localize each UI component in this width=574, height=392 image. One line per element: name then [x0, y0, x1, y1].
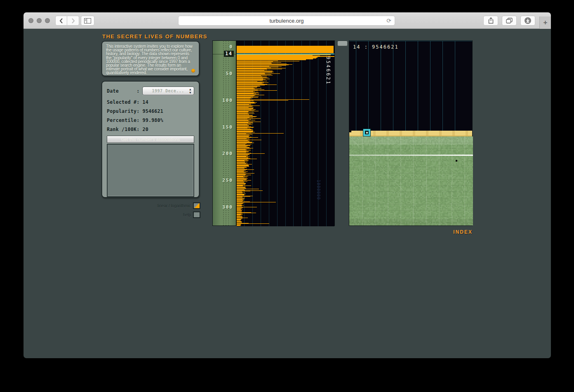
browser-toolbar: turbulence.org ⟳ +: [24, 12, 551, 29]
band-notch: [349, 130, 351, 132]
linear-logarithmic-checkbox[interactable]: [193, 202, 200, 209]
stat-row: Popularity:9546621: [107, 108, 194, 114]
histogram-chart[interactable]: 1000000 9546621: [237, 41, 334, 225]
plus-icon: +: [543, 19, 548, 27]
back-button[interactable]: [55, 16, 67, 26]
axis-tick: 300: [222, 204, 233, 210]
stats-rows: Selected #:14Popularity:9546621Percentil…: [107, 99, 194, 132]
tab-overview-button[interactable]: [502, 16, 517, 26]
page-title: THE SECRET LIVES OF NUMBERS: [102, 33, 207, 40]
close-window-button[interactable]: [28, 18, 33, 23]
index-panel[interactable]: 14 : 9546621: [349, 40, 473, 226]
description-text: This interactive system invites you to e…: [106, 45, 195, 75]
linear-logarithmic-label: linear / logarithmic: [102, 204, 191, 208]
reload-icon[interactable]: ⟳: [386, 17, 391, 24]
axis-texture: [226, 41, 226, 225]
index-heatmap[interactable]: [349, 136, 472, 225]
axis-tick: 100: [222, 98, 233, 103]
description-panel: This interactive system invites you to e…: [101, 41, 200, 76]
scroll-handle[interactable]: [337, 41, 348, 46]
url-text: turbulence.org: [269, 18, 303, 24]
help-label: help: [102, 213, 191, 217]
index-caption: INDEX: [349, 229, 473, 235]
date-label: Date :: [107, 88, 139, 94]
stepper-icon: ▲ ▼: [189, 88, 191, 94]
zoom-window-button[interactable]: [45, 18, 50, 23]
share-button[interactable]: [483, 16, 498, 26]
forward-button[interactable]: [67, 16, 79, 26]
stat-row: Selected #:14: [107, 99, 194, 105]
axis-tick: 50: [226, 71, 233, 76]
info-panel: Date : 1997 Dece... ▲ ▼ Selected #:14Pop…: [101, 81, 200, 198]
browser-window: turbulence.org ⟳ + THE SECRET LI: [24, 12, 551, 358]
download-icon: [525, 17, 531, 24]
axis-tick: 200: [222, 151, 233, 156]
chevron-right-icon: [71, 18, 75, 23]
share-icon: [488, 17, 494, 24]
heatmap-canvas[interactable]: [349, 136, 473, 225]
histogram-panel: 050100150200250300 14 1000000 9546621: [212, 40, 335, 226]
number-axis[interactable]: 050100150200250300 14: [213, 41, 237, 225]
help-checkbox[interactable]: [193, 211, 200, 218]
axis-tick: 0: [229, 44, 233, 49]
gridline-value-label: 1000000: [316, 180, 321, 200]
stat-row: Percentile:99.980%: [107, 117, 194, 123]
stat-row: Rank /100K:20: [107, 127, 194, 132]
new-tab-button[interactable]: +: [539, 16, 551, 29]
index-readout: 14 : 9546621: [353, 44, 399, 50]
date-select-value: 1997 Dece...: [152, 89, 184, 93]
date-select[interactable]: 1997 Dece... ▲ ▼: [142, 87, 194, 95]
axis-texture: [223, 41, 224, 225]
associations-box: [107, 144, 194, 197]
index-cursor-inner: [365, 131, 369, 134]
url-bar[interactable]: turbulence.org ⟳: [178, 16, 395, 26]
minimize-window-button[interactable]: [37, 18, 42, 23]
axis-tick: 250: [222, 178, 233, 183]
selected-number-badge: 14: [224, 51, 234, 57]
axis-tick: 150: [222, 124, 233, 130]
orange-dot-icon: [191, 69, 195, 73]
index-upper-grid: 14 : 9546621: [349, 41, 472, 131]
index-cursor-dot: [366, 132, 368, 134]
downloads-button[interactable]: [520, 16, 535, 26]
get-associations-button[interactable]: Get this number's associations: [107, 136, 194, 143]
chevron-left-icon: [59, 18, 63, 23]
traffic-lights: [28, 18, 50, 23]
sidebar-icon: [84, 18, 91, 23]
index-cursor[interactable]: [363, 129, 370, 136]
page-content: THE SECRET LIVES OF NUMBERS This interac…: [24, 29, 551, 358]
tab-overview-icon: [506, 18, 513, 23]
popularity-value-label: 9546621: [325, 56, 331, 85]
sidebar-button[interactable]: [81, 16, 94, 26]
axis-texture: [228, 41, 229, 225]
